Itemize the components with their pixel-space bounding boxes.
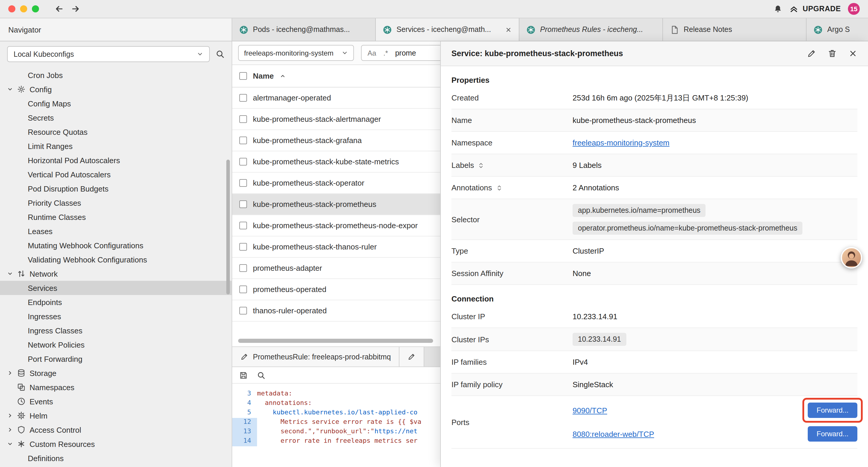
sidebar-item-mutating-webhook-configurations[interactable]: Mutating Webhook Configurations bbox=[0, 238, 231, 253]
notification-count-badge[interactable]: 15 bbox=[848, 3, 860, 15]
minimize-window-button[interactable] bbox=[20, 5, 27, 12]
namespace-select[interactable]: freeleaps-monitoring-system bbox=[238, 45, 354, 61]
sidebar-item-ingresses[interactable]: Ingresses bbox=[0, 309, 231, 323]
sidebar-item-config-maps[interactable]: Config Maps bbox=[0, 96, 231, 111]
sidebar-item-network[interactable]: Network bbox=[0, 267, 231, 281]
detail-label-text: Labels bbox=[452, 161, 474, 170]
kubeconfig-select-value: Local Kubeconfigs bbox=[13, 50, 74, 58]
sidebar-item-custom-resources[interactable]: Custom Resources bbox=[0, 437, 231, 451]
row-checkbox[interactable] bbox=[239, 307, 247, 315]
search-input[interactable]: prome bbox=[395, 49, 416, 57]
sidebar-item-validating-webhook-configurations[interactable]: Validating Webhook Configurations bbox=[0, 253, 231, 267]
kubeconfig-select[interactable]: Local Kubeconfigs bbox=[7, 46, 210, 62]
sidebar-item-leases[interactable]: Leases bbox=[0, 224, 231, 238]
code-segment: kubectl.kubernetes.io/last-applied-co bbox=[257, 408, 417, 416]
tab-pods-icecheng-mathmas[interactable]: Pods - icecheng@mathmas... bbox=[232, 18, 376, 41]
sidebar-item-storage[interactable]: Storage bbox=[0, 366, 231, 380]
close-window-button[interactable] bbox=[8, 5, 16, 12]
row-checkbox[interactable] bbox=[239, 179, 247, 187]
tab-prometheus-rules-icecheng[interactable]: Prometheus Rules - icecheng... bbox=[519, 18, 663, 41]
sidebar-item-port-forwarding[interactable]: Port Forwarding bbox=[0, 352, 231, 366]
forward-button[interactable]: Forward... bbox=[808, 403, 857, 418]
row-checkbox[interactable] bbox=[239, 243, 247, 251]
sidebar-item-services[interactable]: Services bbox=[0, 281, 231, 295]
sidebar-item-label: Services bbox=[28, 284, 57, 292]
sidebar-item-ingress-classes[interactable]: Ingress Classes bbox=[0, 323, 231, 338]
close-drawer-button[interactable] bbox=[848, 49, 857, 58]
sidebar-item-resource-quotas[interactable]: Resource Quotas bbox=[0, 125, 231, 139]
line-number: 5 bbox=[232, 408, 257, 418]
detail-label-text: Annotations bbox=[452, 183, 492, 192]
row-checkbox[interactable] bbox=[239, 264, 247, 272]
port-link[interactable]: 9090/TCP bbox=[572, 406, 607, 415]
sidebar-search-icon[interactable] bbox=[216, 50, 224, 59]
forward-button[interactable] bbox=[71, 4, 80, 13]
updown-icon[interactable] bbox=[495, 184, 502, 191]
sidebar-item-cron-jobs[interactable]: Cron Jobs bbox=[0, 68, 231, 82]
save-icon[interactable] bbox=[239, 371, 248, 379]
sidebar-item-namespaces[interactable]: Namespaces bbox=[0, 380, 231, 394]
row-name: kube-prometheus-stack-operator bbox=[253, 178, 364, 187]
sidebar-item-label: Config Maps bbox=[28, 99, 71, 108]
sidebar-item-limit-ranges[interactable]: Limit Ranges bbox=[0, 139, 231, 153]
row-name: kube-prometheus-stack-thanos-ruler bbox=[253, 242, 377, 251]
sidebar-item-definitions[interactable]: Definitions bbox=[0, 451, 231, 465]
sidebar-item-priority-classes[interactable]: Priority Classes bbox=[0, 196, 231, 210]
tab-argo-s[interactable]: Argo S bbox=[807, 18, 868, 41]
row-checkbox[interactable] bbox=[239, 137, 247, 144]
editor-search-icon[interactable] bbox=[257, 371, 265, 379]
port-link[interactable]: 8080:reloader-web/TCP bbox=[572, 430, 654, 438]
dock-tab-2[interactable] bbox=[400, 347, 425, 367]
sidebar-item-events[interactable]: Events bbox=[0, 394, 231, 408]
back-button[interactable] bbox=[54, 4, 64, 13]
trash-icon bbox=[828, 49, 837, 58]
sidebar-item-label: Validating Webhook Configurations bbox=[28, 255, 147, 264]
sidebar-item-helm[interactable]: Helm bbox=[0, 408, 231, 423]
sidebar-item-runtime-classes[interactable]: Runtime Classes bbox=[0, 210, 231, 224]
detail-value: 10.233.14.91 bbox=[572, 328, 857, 351]
row-checkbox[interactable] bbox=[239, 115, 247, 123]
detail-value: kube-prometheus-stack-prometheus bbox=[572, 111, 857, 129]
select-all-checkbox[interactable] bbox=[239, 72, 247, 80]
detail-row-type: TypeClusterIP bbox=[452, 240, 857, 262]
namespace-link[interactable]: freeleaps-monitoring-system bbox=[572, 138, 670, 147]
horizontal-scrollbar[interactable] bbox=[238, 339, 433, 343]
upgrade-button[interactable]: UPGRADE bbox=[790, 4, 841, 13]
sidebar-item-horizontal-pod-autoscalers[interactable]: Horizontal Pod Autoscalers bbox=[0, 153, 231, 167]
regex-toggle[interactable]: .* bbox=[383, 49, 388, 57]
maximize-window-button[interactable] bbox=[32, 5, 39, 12]
assistant-avatar[interactable] bbox=[841, 247, 862, 268]
row-checkbox[interactable] bbox=[239, 200, 247, 208]
row-checkbox[interactable] bbox=[239, 158, 247, 166]
sidebar-item-vertical-pod-autoscalers[interactable]: Vertical Pod Autoscalers bbox=[0, 167, 231, 181]
sidebar-item-network-policies[interactable]: Network Policies bbox=[0, 338, 231, 352]
updown-icon[interactable] bbox=[478, 162, 485, 169]
tab-release-notes[interactable]: Release Notes bbox=[663, 18, 807, 41]
row-checkbox[interactable] bbox=[239, 222, 247, 229]
sidebar: Local Kubeconfigs Cron JobsConfigConfig … bbox=[0, 41, 232, 467]
sidebar-item-endpoints[interactable]: Endpoints bbox=[0, 295, 231, 309]
detail-value: 10.233.14.91 bbox=[572, 308, 857, 326]
row-checkbox[interactable] bbox=[239, 286, 247, 293]
sidebar-scrollbar[interactable] bbox=[226, 159, 230, 294]
events-icon bbox=[17, 397, 25, 406]
sidebar-item-secrets[interactable]: Secrets bbox=[0, 111, 231, 125]
tab-services-icecheng-math[interactable]: Services - icecheng@math... bbox=[376, 18, 519, 41]
dock-tab-prometheusrule-freeleaps-prod-rabbitmq[interactable]: PrometheusRule: freeleaps-prod-rabbitmq bbox=[232, 347, 400, 367]
detail-row-name: Namekube-prometheus-stack-prometheus bbox=[452, 109, 857, 132]
close-icon[interactable] bbox=[505, 26, 512, 33]
line-number: 14 bbox=[232, 437, 257, 446]
notifications-button[interactable] bbox=[774, 4, 783, 13]
edit-button[interactable] bbox=[807, 49, 816, 58]
sidebar-item-access-control[interactable]: Access Control bbox=[0, 423, 231, 437]
match-case-toggle[interactable]: Aa bbox=[368, 49, 376, 57]
detail-value: ClusterIP bbox=[572, 242, 857, 260]
column-header-name[interactable]: Name bbox=[253, 71, 274, 80]
sidebar-item-config[interactable]: Config bbox=[0, 82, 231, 96]
delete-button[interactable] bbox=[828, 49, 837, 58]
sidebar-item-label: Cron Jobs bbox=[28, 71, 63, 80]
row-checkbox[interactable] bbox=[239, 94, 247, 102]
sidebar-item-label: Network Policies bbox=[28, 340, 85, 349]
sidebar-item-pod-disruption-budgets[interactable]: Pod Disruption Budgets bbox=[0, 181, 231, 196]
forward-button[interactable]: Forward... bbox=[808, 426, 857, 442]
